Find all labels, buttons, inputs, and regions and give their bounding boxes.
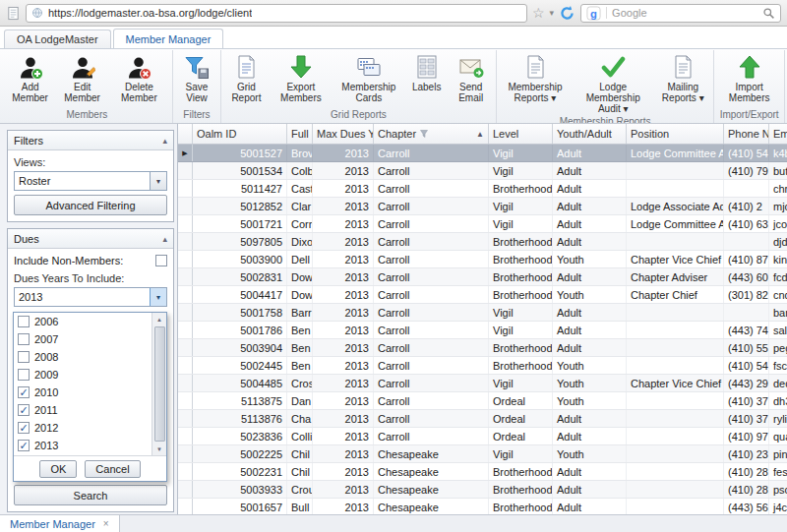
table-row[interactable]: 5001786Ben2013CarrollVigilAdult(443) 74s…: [178, 322, 787, 339]
checkbox-unchecked-icon[interactable]: [18, 369, 30, 381]
table-row[interactable]: 5003900Dell2013CarrollBrotherhoodYouthCh…: [178, 251, 787, 268]
checkbox-unchecked-icon[interactable]: [18, 351, 30, 363]
column-header-youth-adult[interactable]: Youth/Adult: [553, 124, 627, 144]
bottom-tab-member-manager[interactable]: Member Manager ×: [0, 515, 120, 532]
dues-years-select[interactable]: 2013 ▾: [14, 287, 167, 307]
table-row[interactable]: 5001657Bull2013ChesapeakeBrotherhoodAdul…: [178, 499, 787, 514]
checkbox-checked-icon[interactable]: ✓: [18, 404, 30, 416]
table-row[interactable]: ▶5001527Brov2013CarrollVigilAdultLodge C…: [178, 145, 787, 162]
column-header-level[interactable]: Level: [489, 124, 553, 144]
table-row[interactable]: 5003933Crou2013ChesapeakeBrotherhoodAdul…: [178, 481, 787, 499]
column-header-position[interactable]: Position: [627, 124, 724, 144]
views-select[interactable]: Roster ▾: [14, 171, 167, 191]
cell-level: Brotherhood: [489, 481, 553, 498]
search-icon[interactable]: [762, 7, 775, 20]
table-row[interactable]: 5001721Corn2013CarrollVigilAdultLodge Co…: [178, 215, 787, 233]
chevron-down-icon[interactable]: ▾: [150, 288, 166, 306]
year-option-2007[interactable]: 2007: [14, 330, 151, 348]
close-icon[interactable]: ×: [103, 518, 109, 529]
collapse-icon[interactable]: ▴: [162, 234, 167, 244]
table-row[interactable]: 5001758Barr2013CarrollVigilAdultbarr: [178, 304, 787, 322]
table-row[interactable]: 5002225Chil2013ChesapeakeVigilYouth(410)…: [178, 445, 787, 463]
url-bar[interactable]: https://lodgemaster.oa-bsa.org/lodge/cli…: [26, 4, 527, 23]
search-box[interactable]: g Google: [580, 4, 781, 23]
cell-youth_adult: Adult: [553, 410, 627, 427]
reload-icon[interactable]: [559, 5, 575, 22]
scroll-down-icon[interactable]: ▼: [156, 443, 162, 455]
column-header-full[interactable]: Full: [287, 124, 313, 144]
table-row[interactable]: 5023836Colli2013CarrollOrdealAdult(410) …: [178, 428, 787, 445]
filter-funnel-icon[interactable]: [419, 129, 429, 139]
year-option-2008[interactable]: 2008: [14, 348, 151, 366]
table-row[interactable]: 5004485Cros2013CarrollVigilYouthChapter …: [178, 375, 787, 392]
add-member-button[interactable]: Add Member: [4, 50, 56, 107]
cell-oalm_id: 5097805: [193, 233, 287, 250]
year-option-2006[interactable]: 2006: [14, 313, 151, 330]
membership-cards-button[interactable]: Membership Cards: [333, 50, 405, 107]
row-marker: [178, 463, 193, 480]
table-row[interactable]: 5113876Cha2013CarrollOrdealAdult(410) 37…: [178, 410, 787, 428]
cell-max_dues_year: 2013: [313, 198, 374, 214]
collapse-icon[interactable]: ▴: [162, 136, 167, 146]
table-row[interactable]: 5113875Dan2013CarrollOrdealYouth(410) 37…: [178, 392, 787, 410]
tab-oa-lodgemaster[interactable]: OA LodgeMaster: [4, 30, 111, 48]
tab-member-manager[interactable]: Member Manager: [113, 29, 224, 48]
membership-reports-button[interactable]: Membership Reports ▾: [499, 50, 572, 114]
year-label: 2009: [34, 369, 58, 381]
cell-oalm_id: 5003900: [193, 251, 287, 267]
cell-chapter: Chesapeake: [374, 499, 489, 514]
checkbox-checked-icon[interactable]: ✓: [18, 440, 30, 451]
send-email-button[interactable]: Send Email: [449, 50, 494, 107]
delete-member-button[interactable]: Delete Member: [108, 50, 170, 107]
checkbox-checked-icon[interactable]: ✓: [18, 386, 30, 398]
table-row[interactable]: 5002445Ben2013CarrollBrotherhoodYouth(41…: [178, 357, 787, 375]
toolbar-group-label: Filters: [175, 107, 218, 123]
save-view-button[interactable]: Save View: [175, 50, 218, 107]
export-members-button[interactable]: Export Members: [270, 50, 333, 107]
scroll-thumb[interactable]: [154, 326, 165, 442]
checkbox-checked-icon[interactable]: ✓: [18, 422, 30, 434]
include-non-members-checkbox[interactable]: [155, 255, 167, 266]
table-row[interactable]: 5097805Dixo2013CarrollBrotherhoodAdultdj…: [178, 233, 787, 251]
search-input[interactable]: Google: [612, 7, 757, 19]
cell-chapter: Chesapeake: [374, 481, 489, 498]
mailing-reports-button[interactable]: Mailing Reports ▾: [654, 50, 711, 114]
import-members-button[interactable]: Import Members: [716, 50, 782, 107]
lodge-membership-audit-button[interactable]: Lodge Membership Audit ▾: [572, 50, 654, 114]
year-option-2013[interactable]: ✓2013: [14, 437, 151, 454]
column-header-phone-n[interactable]: Phone N: [724, 124, 769, 144]
history-chevron-icon[interactable]: ▾: [550, 9, 555, 18]
table-row[interactable]: 5003904Ben2013CarrollBrotherhoodAdult(41…: [178, 339, 787, 357]
table-row[interactable]: 5012852Clar2013CarrollVigilAdultLodge As…: [178, 198, 787, 215]
table-row[interactable]: 5011427Cast2013CarrollBrotherhoodAdultch…: [178, 180, 787, 198]
year-option-2009[interactable]: 2009: [14, 366, 151, 384]
year-option-2011[interactable]: ✓2011: [14, 401, 151, 419]
table-row[interactable]: 5004417Dow2013CarrollBrotherhoodYouthCha…: [178, 286, 787, 304]
year-option-2010[interactable]: ✓2010: [14, 384, 151, 401]
labels-button[interactable]: Labels: [405, 50, 449, 107]
scroll-up-icon[interactable]: ▲: [156, 313, 162, 325]
dropdown-scrollbar[interactable]: ▲ ▼: [151, 313, 166, 455]
checkbox-unchecked-icon[interactable]: [18, 333, 30, 345]
column-header-chapter[interactable]: Chapter▲: [374, 124, 489, 144]
year-option-2012[interactable]: ✓2012: [14, 419, 151, 437]
chevron-down-icon[interactable]: ▾: [150, 172, 166, 190]
table-row[interactable]: 5002831Dow2013CarrollBrotherhoodAdultCha…: [178, 268, 787, 286]
column-header-ema[interactable]: Ema: [769, 124, 787, 144]
table-row[interactable]: 5002231Chil2013ChesapeakeBrotherhoodAdul…: [178, 463, 787, 481]
ok-button[interactable]: OK: [39, 460, 77, 478]
bookmark-star-icon[interactable]: ☆: [532, 6, 545, 20]
dues-panel-header[interactable]: Dues ▴: [8, 229, 173, 249]
cell-full: Chil: [287, 463, 313, 480]
filters-panel-header[interactable]: Filters ▴: [8, 131, 173, 150]
advanced-filtering-button[interactable]: Advanced Filtering: [14, 195, 167, 215]
cancel-button[interactable]: Cancel: [85, 460, 140, 478]
search-button[interactable]: Search: [14, 485, 167, 505]
cell-max_dues_year: 2013: [313, 375, 374, 391]
column-header-max-dues-year[interactable]: Max Dues Year: [313, 124, 374, 144]
column-header-oalm-id[interactable]: Oalm ID: [193, 124, 287, 144]
checkbox-unchecked-icon[interactable]: [18, 316, 30, 327]
grid-report-button[interactable]: Grid Report: [223, 50, 270, 107]
edit-member-button[interactable]: Edit Member: [56, 50, 108, 107]
table-row[interactable]: 5001534Colb2013CarrollVigilAdult(410) 79…: [178, 162, 787, 180]
